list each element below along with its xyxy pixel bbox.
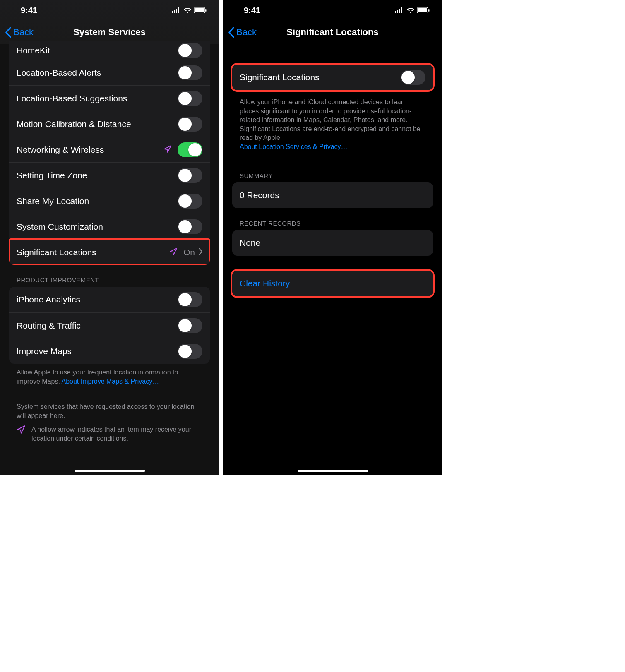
description: Allow your iPhone and iCloud connected d… [232,90,433,151]
svg-rect-13 [428,9,430,12]
row-label: Significant Locations [240,72,401,82]
toggle[interactable] [178,65,202,80]
row-clear-history[interactable]: Clear History [232,271,433,296]
recent-value: None [240,238,425,248]
row-routing-traffic[interactable]: Routing & Traffic [9,312,210,338]
description-text: Allow your iPhone and iCloud connected d… [240,98,421,141]
row-label: HomeKit [17,46,178,55]
battery-icon [417,7,430,13]
row-value: On [183,247,195,257]
toggle[interactable] [178,117,202,132]
row-label: System Customization [17,222,178,232]
row-label: Significant Locations [17,247,169,257]
status-time: 9:41 [244,6,260,15]
footer-improve-maps: Allow Apple to use your frequent locatio… [9,364,210,386]
legend-text: A hollow arrow indicates that an item ma… [31,425,202,443]
chevron-left-icon [5,27,12,38]
summary-group: 0 Records [232,182,433,208]
back-button[interactable]: Back [5,27,34,38]
row-label: iPhone Analytics [17,295,178,305]
summary-value: 0 Records [240,190,425,200]
back-label: Back [13,27,34,38]
row-label: Share My Location [17,196,178,206]
location-arrow-hollow-icon [17,425,26,436]
chevron-right-icon [198,248,202,257]
toggle[interactable] [178,142,202,157]
row-share-my-location[interactable]: Share My Location [9,188,210,214]
row-setting-time-zone[interactable]: Setting Time Zone [9,162,210,188]
toggle[interactable] [178,194,202,209]
toggle[interactable] [178,91,202,106]
svg-rect-9 [399,9,400,13]
cellular-icon [172,7,181,13]
row-label: Location-Based Suggestions [17,94,178,103]
toggle[interactable] [178,318,202,333]
wifi-icon [406,7,415,13]
back-button[interactable]: Back [228,27,257,38]
svg-rect-0 [172,11,173,13]
system-services-group: HomeKit Location-Based Alerts Location-B… [9,41,210,265]
battery-icon [194,7,207,13]
section-header-product-improvement: PRODUCT IMPROVEMENT [9,265,210,287]
section-header-summary: SUMMARY [232,151,433,182]
phone-left: 9:41 Back System Services HomeKit Locati… [0,0,219,475]
nav-bar: Back Significant Locations [223,21,442,44]
phone-right: 9:41 Back Significant Locations Signific… [223,0,442,475]
header-area: 9:41 Back System Services [0,0,219,44]
chevron-left-icon [228,27,235,38]
svg-rect-6 [205,9,207,12]
row-iphone-analytics[interactable]: iPhone Analytics [9,287,210,312]
nav-bar: Back System Services [0,21,219,44]
about-improve-maps-link[interactable]: About Improve Maps & Privacy… [61,378,159,385]
row-label: Routing & Traffic [17,321,178,331]
svg-rect-7 [395,11,396,13]
row-system-customization[interactable]: System Customization [9,214,210,239]
svg-rect-3 [178,7,179,13]
status-right [172,7,207,13]
svg-rect-2 [176,9,177,13]
row-significant-locations-toggle[interactable]: Significant Locations [232,65,433,90]
row-label: Location-Based Alerts [17,68,178,78]
location-arrow-icon [169,247,178,257]
status-right [395,7,430,13]
product-improvement-group: iPhone Analytics Routing & Traffic Impro… [9,287,210,364]
home-indicator[interactable] [298,470,368,472]
wifi-icon [183,7,192,13]
row-homekit[interactable]: HomeKit [9,41,210,60]
svg-rect-10 [401,7,402,13]
status-time: 9:41 [21,6,37,15]
row-summary: 0 Records [232,182,433,208]
row-networking-wireless[interactable]: Networking & Wireless [9,137,210,162]
row-label: Setting Time Zone [17,170,178,180]
recent-records-group: None [232,230,433,256]
row-location-suggestions[interactable]: Location-Based Suggestions [9,85,210,111]
toggle[interactable] [178,43,202,58]
toggle[interactable] [178,219,202,234]
toggle[interactable] [178,292,202,307]
location-arrow-icon [163,145,172,155]
svg-rect-5 [195,8,204,12]
status-bar: 9:41 [0,0,219,21]
svg-rect-12 [418,8,427,12]
footer-requested-access: System services that have requested acce… [9,386,210,420]
row-motion-calibration[interactable]: Motion Calibration & Distance [9,111,210,137]
row-recent-records: None [232,230,433,256]
back-label: Back [236,27,257,38]
clear-history-group: Clear History [232,271,433,296]
about-location-services-link[interactable]: About Location Services & Privacy… [240,143,348,150]
toggle[interactable] [178,344,202,359]
svg-rect-8 [397,10,398,13]
row-significant-locations[interactable]: Significant Locations On [9,239,210,265]
row-location-alerts[interactable]: Location-Based Alerts [9,60,210,85]
home-indicator[interactable] [75,470,145,472]
toggle[interactable] [178,168,202,183]
significant-locations-toggle-group: Significant Locations [232,65,433,90]
svg-rect-1 [174,10,175,13]
row-label: Networking & Wireless [17,145,163,155]
row-improve-maps[interactable]: Improve Maps [9,338,210,364]
row-label: Improve Maps [17,346,178,356]
legend-row: A hollow arrow indicates that an item ma… [9,420,210,443]
toggle[interactable] [401,70,425,85]
status-bar: 9:41 [223,0,442,21]
row-label: Motion Calibration & Distance [17,119,178,129]
